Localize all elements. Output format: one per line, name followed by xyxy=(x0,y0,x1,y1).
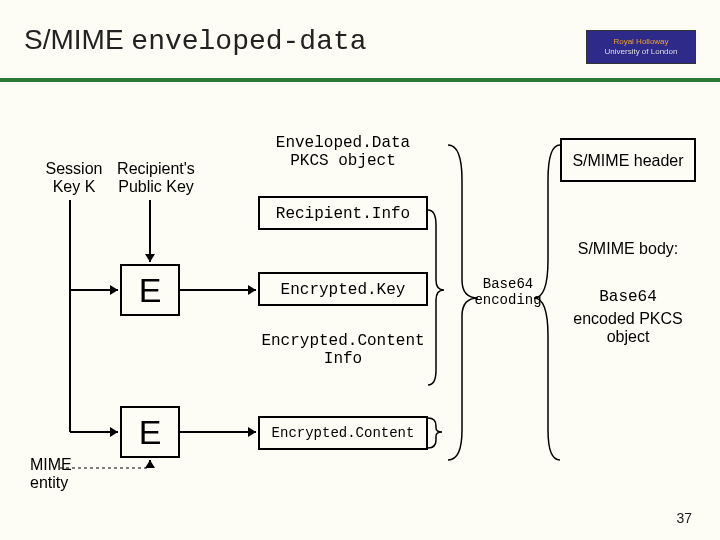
title-prefix: S/MIME xyxy=(24,24,131,55)
base64-encoding-label: Base64 encoding xyxy=(472,276,544,308)
logo-line2: University of London xyxy=(587,47,695,57)
mime-entity-label: MIME entity xyxy=(30,456,90,493)
slide-number: 37 xyxy=(676,510,692,526)
logo-line1: Royal Holloway xyxy=(587,37,695,47)
title-mono: enveloped-data xyxy=(131,26,366,57)
session-key-label: Session Key K xyxy=(38,160,110,197)
svg-marker-12 xyxy=(248,285,256,295)
encrypted-key-box: Encrypted.Key xyxy=(258,272,428,306)
base64-label: Base64 xyxy=(560,288,696,306)
encrypted-key-text: Encrypted.Key xyxy=(260,281,426,299)
encrypt-box-1: E xyxy=(120,264,180,316)
encoded-pkcs-label: encoded PKCS object xyxy=(560,310,696,347)
encrypt-box-2: E xyxy=(120,406,180,458)
encrypted-content-text: Encrypted.Content xyxy=(260,425,426,441)
svg-marker-14 xyxy=(248,427,256,437)
svg-marker-10 xyxy=(145,460,155,468)
svg-marker-7 xyxy=(110,427,118,437)
smime-header-box: S/MIME header xyxy=(560,138,696,182)
slide-title: S/MIME enveloped-data xyxy=(24,24,367,57)
recipient-info-text: Recipient.Info xyxy=(260,205,426,223)
svg-marker-4 xyxy=(145,254,155,262)
svg-marker-2 xyxy=(110,285,118,295)
encrypted-content-box: Encrypted.Content xyxy=(258,416,428,450)
royal-holloway-logo: Royal Holloway University of London xyxy=(586,30,696,64)
smime-header-text: S/MIME header xyxy=(562,152,694,170)
encrypted-content-info-text: Encrypted.Content Info xyxy=(258,332,428,369)
title-divider xyxy=(0,78,720,82)
smime-body-label: S/MIME body: xyxy=(560,240,696,258)
recipient-info-box: Recipient.Info xyxy=(258,196,428,230)
enveloped-data-label: Enveloped.Data PKCS object xyxy=(258,134,428,171)
recipient-key-label: Recipient's Public Key xyxy=(110,160,202,197)
